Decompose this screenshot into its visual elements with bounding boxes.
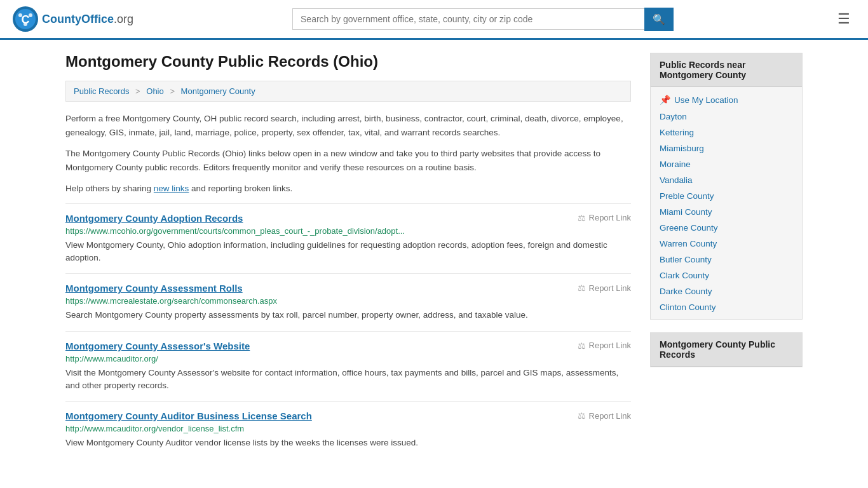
search-button[interactable]: 🔍 (644, 8, 674, 31)
svg-point-4 (29, 13, 32, 17)
sidebar-public-records-header: Montgomery County Public Records (651, 333, 802, 367)
sidebar-county-warren: Warren County (651, 236, 802, 252)
record-item: Montgomery County Assessor's Website ⚖ R… (65, 331, 631, 402)
logo-text: CountyOffice.org (42, 13, 133, 26)
search-area: 🔍 (292, 8, 674, 31)
sidebar-use-location[interactable]: 📌 Use My Location (651, 91, 802, 109)
logo-area: C CountyOffice.org (13, 6, 133, 32)
use-my-location-link[interactable]: Use My Location (674, 95, 738, 105)
record-desc: View Montgomery County Auditor vendor li… (65, 437, 631, 449)
sidebar-nearby-list: 📌 Use My Location Dayton Kettering Miami… (651, 87, 802, 319)
breadcrumb: Public Records > Ohio > Montgomery Count… (65, 81, 631, 102)
breadcrumb-public-records[interactable]: Public Records (74, 86, 129, 96)
logo-icon: C (13, 6, 38, 32)
new-links-link[interactable]: new links (154, 184, 189, 193)
breadcrumb-sep-2: > (170, 86, 175, 96)
report-link-icon: ⚖ (578, 341, 586, 351)
record-desc: Search Montgomery County property assess… (65, 309, 631, 322)
record-desc: View Montgomery County, Ohio adoption in… (65, 239, 631, 265)
record-header: Montgomery County Adoption Records ⚖ Rep… (65, 213, 631, 226)
record-title[interactable]: Montgomery County Assessment Rolls (65, 283, 243, 294)
report-link-icon: ⚖ (578, 410, 586, 421)
sidebar-county-clark: Clark County (651, 268, 802, 283)
description-para2: The Montgomery County Public Records (Oh… (65, 147, 631, 174)
record-header: Montgomery County Assessor's Website ⚖ R… (65, 341, 631, 354)
sidebar-county-clinton: Clinton County (651, 299, 802, 315)
sidebar-county-butler: Butler County (651, 252, 802, 268)
record-url[interactable]: https://www.mcrealestate.org/search/comm… (65, 296, 631, 306)
breadcrumb-montgomery[interactable]: Montgomery County (181, 86, 255, 96)
description-para1: Perform a free Montgomery County, OH pub… (65, 112, 631, 139)
report-link[interactable]: ⚖ Report Link (578, 213, 631, 223)
sidebar-nearby-header: Public Records near Montgomery County (651, 53, 802, 87)
search-icon: 🔍 (653, 14, 665, 25)
svg-point-5 (24, 22, 27, 26)
report-link-icon: ⚖ (578, 283, 586, 293)
sidebar-city-dayton: Dayton (651, 109, 802, 125)
svg-point-3 (18, 13, 22, 17)
menu-icon[interactable]: ☰ (832, 8, 855, 30)
header: C CountyOffice.org 🔍 ☰ (0, 0, 868, 40)
sidebar-nearby: Public Records near Montgomery County 📌 … (650, 53, 803, 320)
record-item: Montgomery County Adoption Records ⚖ Rep… (65, 203, 631, 274)
record-title[interactable]: Montgomery County Assessor's Website (65, 341, 250, 351)
record-item: Montgomery County Assessment Rolls ⚖ Rep… (65, 273, 631, 330)
breadcrumb-sep-1: > (135, 86, 140, 96)
page-title: Montgomery County Public Records (Ohio) (65, 53, 631, 71)
content: Montgomery County Public Records (Ohio) … (65, 53, 631, 458)
sidebar-city-kettering: Kettering (651, 125, 802, 140)
record-url[interactable]: http://www.mcauditor.org/ (65, 354, 631, 363)
sidebar-county-miami: Miami County (651, 204, 802, 220)
sidebar: Public Records near Montgomery County 📌 … (650, 53, 803, 458)
sidebar-city-vandalia: Vandalia (651, 172, 802, 188)
sidebar-county-greene: Greene County (651, 220, 802, 236)
location-pin-icon: 📌 (660, 95, 670, 105)
record-title[interactable]: Montgomery County Adoption Records (65, 213, 243, 224)
report-link[interactable]: ⚖ Report Link (578, 283, 631, 293)
record-header: Montgomery County Assessment Rolls ⚖ Rep… (65, 283, 631, 296)
record-header: Montgomery County Auditor Business Licen… (65, 410, 631, 424)
sidebar-city-moraine: Moraine (651, 156, 802, 172)
search-input[interactable] (292, 8, 644, 30)
sidebar-city-miamisburg: Miamisburg (651, 140, 802, 156)
hamburger-icon: ☰ (837, 11, 850, 27)
records-list: Montgomery County Adoption Records ⚖ Rep… (65, 203, 631, 459)
record-url[interactable]: https://www.mcohio.org/government/courts… (65, 226, 631, 236)
sidebar-county-darke: Darke County (651, 283, 802, 299)
report-link-icon: ⚖ (578, 213, 586, 223)
record-url[interactable]: http://www.mcauditor.org/vendor_license_… (65, 424, 631, 433)
report-link[interactable]: ⚖ Report Link (578, 341, 631, 351)
report-link[interactable]: ⚖ Report Link (578, 410, 631, 421)
breadcrumb-ohio[interactable]: Ohio (146, 86, 163, 96)
record-item: Montgomery County Auditor Business Licen… (65, 401, 631, 458)
description-para3: Help others by sharing new links and rep… (65, 182, 631, 196)
sidebar-county-preble: Preble County (651, 188, 802, 204)
main-layout: Montgomery County Public Records (Ohio) … (53, 40, 815, 458)
sidebar-public-records: Montgomery County Public Records (650, 332, 803, 367)
record-title[interactable]: Montgomery County Auditor Business Licen… (65, 410, 312, 421)
record-desc: Visit the Montgomery County Assessor's w… (65, 367, 631, 393)
